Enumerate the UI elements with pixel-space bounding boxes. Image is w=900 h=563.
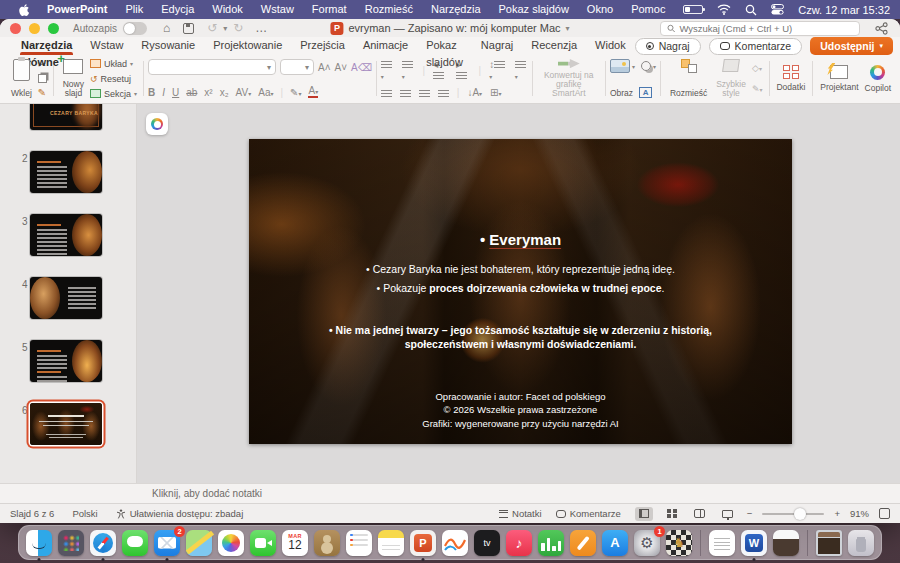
more-toolbar-icon[interactable]: … bbox=[255, 21, 267, 35]
comments-button[interactable]: Komentarze bbox=[709, 38, 803, 55]
search-box[interactable] bbox=[660, 21, 860, 36]
dock-pencil-app-icon[interactable] bbox=[570, 530, 596, 556]
align-left-button[interactable] bbox=[381, 88, 392, 97]
fit-slide-button[interactable] bbox=[879, 508, 890, 519]
dock-facetime-icon[interactable] bbox=[250, 530, 276, 556]
current-slide[interactable]: • Everyman • Cezary Baryka nie jest boha… bbox=[249, 139, 792, 444]
font-name-select[interactable]: ▾ bbox=[148, 59, 276, 75]
text-box-button[interactable]: A bbox=[639, 87, 652, 98]
control-center-icon[interactable] bbox=[771, 4, 784, 15]
menu-edycja[interactable]: Edycja bbox=[152, 0, 203, 19]
tab-widok[interactable]: Widok bbox=[586, 37, 635, 55]
zoom-percentage[interactable]: 91% bbox=[850, 508, 869, 519]
new-slide-button[interactable]: Nowyslajd bbox=[60, 57, 87, 100]
dock-fitness-icon[interactable] bbox=[442, 530, 468, 556]
search-input[interactable] bbox=[679, 23, 853, 34]
dock-maps-icon[interactable] bbox=[186, 530, 212, 556]
columns-button[interactable]: ▾ bbox=[515, 59, 528, 81]
slide-credits[interactable]: Opracowanie i autor: Facet od polskiego … bbox=[249, 390, 792, 430]
slide-thumbnail-1[interactable]: CEZARY BARYKA bbox=[30, 104, 102, 130]
menu-powerpoint[interactable]: PowerPoint bbox=[38, 0, 117, 19]
slide-thumbnail-5[interactable] bbox=[30, 340, 102, 382]
org-share-icon[interactable] bbox=[875, 22, 888, 35]
dock-trash-icon[interactable] bbox=[848, 530, 874, 556]
comments-toggle-button[interactable]: Komentarze bbox=[556, 508, 621, 519]
text-direction-button[interactable]: ↓A▾ bbox=[467, 87, 482, 98]
slide-sorter-view-button[interactable] bbox=[663, 507, 681, 521]
dock-launchpad-icon[interactable] bbox=[58, 530, 84, 556]
dock-music-icon[interactable]: ♪ bbox=[506, 530, 532, 556]
dock-mail-icon[interactable]: 2 bbox=[154, 530, 180, 556]
align-right-button[interactable] bbox=[419, 88, 430, 97]
strikethrough-button[interactable]: ab bbox=[186, 87, 197, 98]
undo-icon[interactable]: ↺ bbox=[207, 21, 217, 35]
document-title[interactable]: P evryman — Zapisano w: mój komputer Mac… bbox=[330, 22, 569, 35]
underline-button[interactable]: U bbox=[172, 87, 179, 98]
italic-button[interactable]: I bbox=[162, 87, 165, 98]
shape-fill-button[interactable]: ◇▾ bbox=[752, 63, 763, 73]
zoom-in-button[interactable]: + bbox=[834, 508, 840, 519]
format-painter-button[interactable]: ✎ bbox=[38, 87, 47, 98]
minimize-window-button[interactable] bbox=[29, 23, 40, 34]
copy-button[interactable] bbox=[38, 74, 47, 83]
spotlight-search-icon[interactable] bbox=[745, 4, 757, 16]
menu-pomoc[interactable]: Pomoc bbox=[622, 0, 674, 19]
menubar-clock[interactable]: Czw. 12 mar 15:32 bbox=[798, 4, 890, 16]
reset-button[interactable]: ↺Resetuj bbox=[90, 74, 137, 84]
font-size-select[interactable]: ▾ bbox=[280, 59, 314, 75]
dock-reminders-icon[interactable] bbox=[346, 530, 372, 556]
dock-word-icon[interactable]: W bbox=[741, 530, 767, 556]
tab-nagraj[interactable]: Nagraj bbox=[472, 37, 522, 55]
dock-powerpoint-icon[interactable]: P bbox=[410, 530, 436, 556]
tab-narzedzia-glowne[interactable]: Narzędzia główne bbox=[12, 37, 81, 55]
record-button[interactable]: Nagraj bbox=[635, 38, 701, 55]
reading-view-button[interactable] bbox=[691, 507, 709, 521]
accessibility-check[interactable]: Ułatwienia dostępu: zbadaj bbox=[116, 508, 244, 519]
language-indicator[interactable]: Polski bbox=[72, 508, 97, 519]
section-button[interactable]: Sekcja▾ bbox=[90, 89, 137, 99]
menu-narzedzia[interactable]: Narzędzia bbox=[422, 0, 490, 19]
dock-chess-icon[interactable]: ♞ bbox=[666, 530, 692, 556]
font-color-button[interactable]: A▾ bbox=[308, 86, 318, 98]
dock-finder-icon[interactable] bbox=[26, 530, 52, 556]
zoom-slider-knob[interactable] bbox=[794, 508, 806, 520]
dock-photos-icon[interactable] bbox=[218, 530, 244, 556]
dock-contacts-icon[interactable] bbox=[314, 530, 340, 556]
notes-area[interactable]: Kliknij, aby dodać notatki bbox=[0, 483, 900, 503]
slide-thumbnail-6-selected[interactable] bbox=[30, 403, 102, 445]
shapes-button[interactable]: ▾ bbox=[641, 61, 656, 71]
dock-appstore-icon[interactable]: A bbox=[602, 530, 628, 556]
tab-recenzja[interactable]: Recenzja bbox=[522, 37, 586, 55]
slide-bullet-1[interactable]: • Cezary Baryka nie jest bohaterem, któr… bbox=[249, 263, 792, 275]
autosave-toggle[interactable] bbox=[123, 22, 147, 35]
justify-button[interactable] bbox=[438, 88, 449, 97]
line-spacing-button[interactable]: ↕▾ bbox=[489, 59, 506, 81]
tab-przejscia[interactable]: Przejścia bbox=[291, 37, 354, 55]
zoom-out-button[interactable]: − bbox=[747, 508, 753, 519]
redo-icon[interactable]: ↻ bbox=[233, 21, 243, 35]
dock-textedit-icon[interactable] bbox=[709, 530, 735, 556]
smartart-button[interactable]: Konwertuj nagrafikę SmartArt bbox=[537, 57, 601, 100]
arrange-button[interactable]: Rozmieść bbox=[667, 57, 710, 100]
dock-stocks-chart-icon[interactable] bbox=[538, 530, 564, 556]
share-button[interactable]: Udostępnij▾ bbox=[810, 37, 893, 55]
menu-wstaw[interactable]: Wstaw bbox=[252, 0, 303, 19]
zoom-slider[interactable] bbox=[762, 513, 824, 515]
dock-preview-document-icon[interactable] bbox=[773, 530, 799, 556]
tab-wstaw[interactable]: Wstaw bbox=[81, 37, 132, 55]
dock-messages-icon[interactable] bbox=[122, 530, 148, 556]
layout-button[interactable]: Układ▾ bbox=[90, 59, 137, 69]
apple-menu-icon[interactable] bbox=[18, 4, 30, 16]
menu-pokaz-slajdow[interactable]: Pokaz slajdów bbox=[490, 0, 578, 19]
zoom-window-button[interactable] bbox=[48, 23, 59, 34]
dock-appletv-icon[interactable]: tv bbox=[474, 530, 500, 556]
slide-canvas[interactable]: • Everyman • Cezary Baryka nie jest boha… bbox=[137, 104, 900, 483]
menu-rozmiesc[interactable]: Rozmieść bbox=[356, 0, 422, 19]
tab-pokaz-slajdow[interactable]: Pokaz slajdów bbox=[417, 37, 472, 55]
tab-rysowanie[interactable]: Rysowanie bbox=[132, 37, 204, 55]
tab-animacje[interactable]: Animacje bbox=[354, 37, 417, 55]
dock-notes-icon[interactable] bbox=[378, 530, 404, 556]
save-icon[interactable] bbox=[183, 23, 194, 34]
slide-bullet-3[interactable]: • Nie ma jednej twarzy – jego tożsamość … bbox=[303, 323, 737, 351]
dock-safari-icon[interactable] bbox=[90, 530, 116, 556]
